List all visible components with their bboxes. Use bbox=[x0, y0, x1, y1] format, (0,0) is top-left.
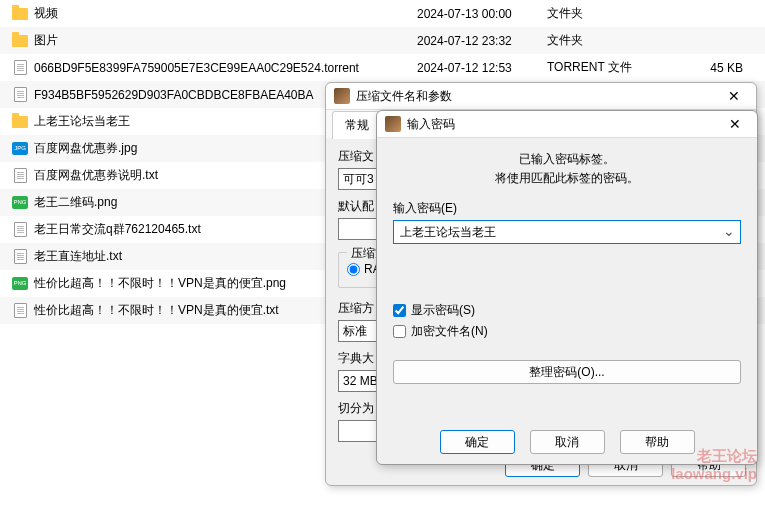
file-name: 性价比超高！！不限时！！VPN是真的便宜.txt bbox=[34, 302, 279, 319]
file-date: 2024-07-12 23:32 bbox=[417, 34, 547, 48]
tab-general[interactable]: 常规 bbox=[332, 111, 382, 139]
file-name: 百度网盘优惠券.jpg bbox=[34, 140, 137, 157]
dialog2-ok-button[interactable]: 确定 bbox=[440, 430, 515, 454]
document-icon bbox=[12, 87, 28, 103]
document-icon bbox=[12, 168, 28, 184]
file-name: 066BD9F5E8399FA759005E7E3CE99EAA0C29E524… bbox=[34, 61, 359, 75]
file-name: 性价比超高！！不限时！！VPN是真的便宜.png bbox=[34, 275, 286, 292]
dialog2-title: 输入密码 bbox=[407, 116, 455, 133]
file-type: TORRENT 文件 bbox=[547, 59, 667, 76]
document-icon bbox=[12, 249, 28, 265]
password-input[interactable] bbox=[393, 220, 741, 244]
folder-icon bbox=[12, 33, 28, 49]
password-label: 输入密码(E) bbox=[393, 200, 741, 217]
close-icon[interactable]: ✕ bbox=[721, 114, 749, 134]
file-name: 图片 bbox=[34, 32, 58, 49]
dialog1-titlebar[interactable]: 压缩文件名和参数 ✕ bbox=[326, 83, 756, 110]
organize-passwords-button[interactable]: 整理密码(O)... bbox=[393, 360, 741, 384]
file-row[interactable]: 图片2024-07-12 23:32文件夹 bbox=[0, 27, 765, 54]
dialog2-cancel-button[interactable]: 取消 bbox=[530, 430, 605, 454]
dialog2-titlebar[interactable]: 输入密码 ✕ bbox=[377, 111, 757, 138]
jpg-icon: JPG bbox=[12, 141, 28, 157]
file-size: 45 KB bbox=[667, 61, 765, 75]
document-icon bbox=[12, 60, 28, 76]
document-icon bbox=[12, 303, 28, 319]
file-date: 2024-07-12 12:53 bbox=[417, 61, 547, 75]
file-date: 2024-07-13 00:00 bbox=[417, 7, 547, 21]
file-name: F934B5BF5952629D903FA0CBDBCE8FBAEA40BA bbox=[34, 88, 314, 102]
png-icon: PNG bbox=[12, 195, 28, 211]
file-name: 上老王论坛当老王 bbox=[34, 113, 130, 130]
file-name: 老王二维码.png bbox=[34, 194, 117, 211]
file-type: 文件夹 bbox=[547, 5, 667, 22]
file-name: 老王直连地址.txt bbox=[34, 248, 122, 265]
file-type: 文件夹 bbox=[547, 32, 667, 49]
file-row[interactable]: 视频2024-07-13 00:00文件夹 bbox=[0, 0, 765, 27]
file-name: 百度网盘优惠券说明.txt bbox=[34, 167, 158, 184]
folder-icon bbox=[12, 114, 28, 130]
winrar-icon bbox=[334, 88, 350, 104]
show-password-checkbox[interactable] bbox=[393, 304, 406, 317]
close-icon[interactable]: ✕ bbox=[720, 86, 748, 106]
file-name: 老王日常交流q群762120465.txt bbox=[34, 221, 201, 238]
encrypt-names-label: 加密文件名(N) bbox=[411, 323, 488, 340]
show-password-label: 显示密码(S) bbox=[411, 302, 475, 319]
password-tag-info: 已输入密码标签。 将使用匹配此标签的密码。 bbox=[393, 150, 741, 188]
dialog2-help-button[interactable]: 帮助 bbox=[620, 430, 695, 454]
dialog1-title: 压缩文件名和参数 bbox=[356, 88, 452, 105]
winrar-icon bbox=[385, 116, 401, 132]
file-name: 视频 bbox=[34, 5, 58, 22]
encrypt-names-checkbox[interactable] bbox=[393, 325, 406, 338]
png-icon: PNG bbox=[12, 276, 28, 292]
password-dialog: 输入密码 ✕ 已输入密码标签。 将使用匹配此标签的密码。 输入密码(E) 显示密… bbox=[376, 110, 758, 465]
document-icon bbox=[12, 222, 28, 238]
folder-icon bbox=[12, 6, 28, 22]
file-row[interactable]: 066BD9F5E8399FA759005E7E3CE99EAA0C29E524… bbox=[0, 54, 765, 81]
